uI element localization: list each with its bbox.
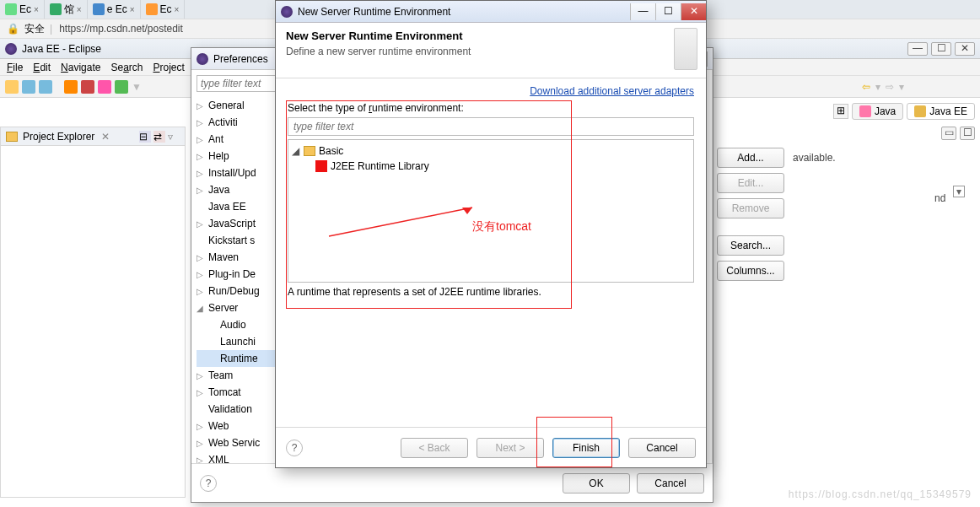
cancel-button[interactable]: Cancel [637, 473, 704, 494]
menu-search[interactable]: Search [110, 62, 143, 73]
perspective-javaee[interactable]: Java EE [907, 103, 975, 120]
tree-label: General [208, 100, 245, 111]
wizard-header-desc: Define a new server runtime environment [286, 46, 696, 57]
cancel-button[interactable]: Cancel [628, 438, 696, 458]
expand-icon[interactable]: ▷ [197, 439, 205, 448]
columns-button[interactable]: Columns... [717, 261, 784, 281]
close-button[interactable]: ✕ [955, 42, 975, 56]
perspective-label: Java EE [929, 105, 967, 117]
maximize-button[interactable]: ☐ [931, 42, 951, 56]
tree-label: Help [208, 150, 229, 162]
tree-label: XML [208, 454, 229, 463]
view-minimize-icon[interactable]: ▭ [941, 127, 956, 140]
tree-label: Maven [208, 251, 239, 263]
menu-navigate[interactable]: Navigate [61, 62, 100, 73]
j2ee-icon [315, 160, 327, 172]
save-all-icon[interactable] [39, 80, 52, 94]
favicon-icon [50, 3, 62, 15]
tree-label: J2EE Runtime Library [331, 160, 429, 172]
browser-tab[interactable]: e Ec× [88, 0, 141, 19]
view-maximize-icon[interactable]: ☐ [960, 127, 975, 140]
tree-row-basic[interactable]: ◢ Basic [292, 143, 690, 159]
runtime-side-buttons: Add... Edit... Remove Search... Columns.… [717, 148, 784, 281]
browser-tab[interactable]: Ec× [0, 0, 45, 19]
tree-label: Java [208, 184, 229, 196]
open-perspective-icon[interactable]: ⊞ [833, 104, 848, 119]
view-menu-icon[interactable]: ▿ [168, 131, 180, 143]
run-icon[interactable] [81, 80, 94, 94]
next-button[interactable]: Next > [477, 438, 544, 458]
runtime-tree[interactable]: ◢ Basic J2EE Runtime Library [288, 139, 694, 283]
save-icon[interactable] [22, 80, 35, 94]
download-adapters-link[interactable]: Download additional server adapters [288, 85, 694, 97]
back-button[interactable]: < Back [401, 438, 468, 458]
back-icon[interactable]: ⇦ [862, 81, 870, 93]
expand-icon[interactable]: ▷ [197, 270, 205, 279]
window-title: Java EE - Eclipse [22, 43, 101, 55]
ext-icon[interactable] [98, 80, 111, 94]
expand-icon[interactable]: ▷ [197, 371, 205, 380]
close-icon[interactable]: × [77, 5, 82, 14]
tree-label: Validation [208, 403, 252, 415]
search-button[interactable]: Search... [717, 235, 784, 256]
runtime-filter-input[interactable] [288, 117, 694, 136]
maximize-button[interactable]: ☐ [655, 3, 681, 20]
eclipse-icon [197, 53, 208, 65]
expand-icon[interactable]: ▷ [197, 388, 205, 397]
tree-label: Kickstart s [208, 235, 255, 246]
expand-icon[interactable]: ▷ [197, 135, 205, 144]
tree-label: Java EE [208, 201, 246, 213]
runtime-status-text: available. [793, 152, 836, 164]
perspective-java[interactable]: Java [852, 103, 903, 120]
tree-label: Plug-in De [208, 268, 256, 280]
ok-button[interactable]: OK [563, 473, 630, 494]
eclipse-icon [281, 6, 293, 18]
tree-row-j2ee[interactable]: J2EE Runtime Library [292, 159, 690, 174]
wizard-title-bar[interactable]: New Server Runtime Environment — ☐ ✕ [276, 1, 706, 23]
link-editor-icon[interactable]: ⇄ [153, 131, 165, 143]
close-button[interactable]: ✕ [681, 3, 706, 20]
close-icon[interactable]: × [130, 5, 135, 14]
add-button[interactable]: Add... [717, 148, 784, 168]
expand-icon[interactable]: ▷ [197, 118, 205, 127]
minimize-button[interactable]: — [630, 3, 655, 20]
wizard-header: New Server Runtime Environment Define a … [276, 23, 706, 78]
collapse-all-icon[interactable]: ⊟ [139, 131, 151, 143]
help-icon[interactable]: ? [200, 475, 217, 492]
preferences-title: Preferences [213, 53, 268, 65]
expand-icon[interactable]: ▷ [197, 152, 205, 161]
expand-icon[interactable]: ▷ [197, 422, 205, 431]
expand-icon[interactable]: ▷ [197, 169, 205, 178]
perspective-label: Java [875, 105, 896, 117]
minimize-button[interactable]: — [907, 42, 928, 56]
close-icon[interactable]: × [175, 5, 180, 14]
browser-tab[interactable]: 馆× [45, 0, 88, 19]
remove-button[interactable]: Remove [717, 198, 784, 218]
edit-button[interactable]: Edit... [717, 173, 784, 193]
menu-edit[interactable]: Edit [33, 62, 51, 73]
expand-icon[interactable]: ▷ [197, 219, 205, 229]
expand-icon[interactable]: ▷ [197, 456, 205, 464]
server-icon[interactable] [115, 80, 128, 94]
expand-icon[interactable]: ◢ [197, 304, 205, 313]
debug-icon[interactable] [64, 80, 78, 94]
close-icon[interactable]: ✕ [101, 131, 110, 143]
expand-icon[interactable]: ◢ [292, 145, 300, 157]
help-icon[interactable]: ? [286, 440, 303, 456]
expand-icon[interactable]: ▷ [197, 186, 205, 195]
tree-label: Server [208, 302, 238, 314]
folder-icon [304, 146, 315, 156]
close-icon[interactable]: × [34, 5, 39, 14]
expand-icon[interactable]: ▷ [197, 253, 205, 262]
dropdown-icon[interactable]: ▾ [953, 186, 965, 197]
view-title: Project Explorer [23, 131, 94, 143]
finish-button[interactable]: Finish [552, 438, 620, 458]
forward-icon[interactable]: ⇨ [886, 81, 894, 93]
menu-file[interactable]: File [7, 62, 23, 73]
wizard-title: New Server Runtime Environment [298, 6, 450, 18]
menu-project[interactable]: Project [153, 62, 184, 73]
expand-icon[interactable]: ▷ [197, 101, 205, 111]
browser-tab[interactable]: Ec× [141, 0, 186, 19]
new-icon[interactable] [5, 80, 19, 94]
expand-icon[interactable]: ▷ [197, 287, 205, 296]
